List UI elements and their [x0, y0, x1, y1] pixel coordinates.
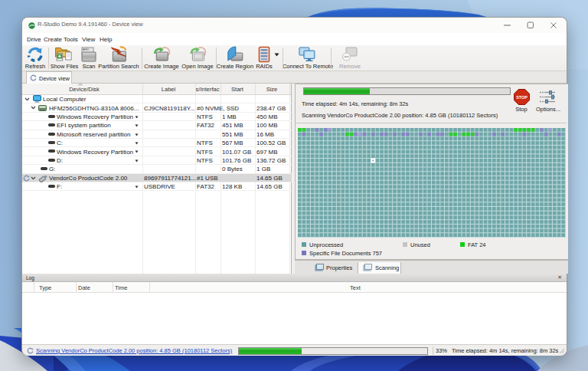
svg-text:STOP: STOP: [516, 95, 528, 100]
